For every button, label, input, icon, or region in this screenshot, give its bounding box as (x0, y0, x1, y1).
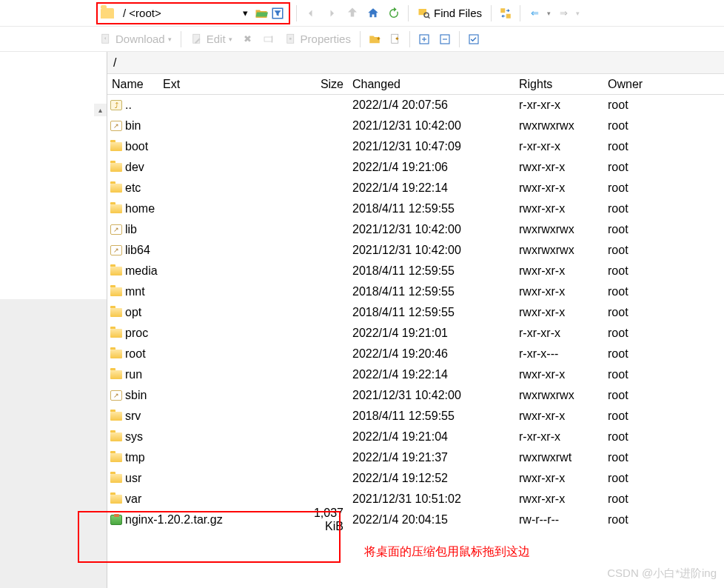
forward-button[interactable] (324, 5, 340, 21)
delete-button[interactable]: ✖ (240, 31, 256, 47)
row-icon-cell (107, 412, 125, 421)
file-row[interactable]: boot2021/12/31 10:47:09r-xr-xr-xroot (107, 136, 724, 157)
row-owner: root (603, 451, 677, 464)
svg-text:✦: ✦ (375, 36, 381, 42)
row-name: .. (125, 98, 307, 112)
file-row[interactable]: ↗sbin2021/12/31 10:42:00rwxrwxrwxroot (107, 385, 724, 406)
edit-label: Edit (207, 33, 226, 45)
file-row[interactable]: dev2022/1/4 19:21:06rwxr-xr-xroot (107, 157, 724, 178)
file-row[interactable]: sys2022/1/4 19:21:04r-xr-xr-xroot (107, 427, 724, 447)
header-owner[interactable]: Owner (603, 78, 677, 91)
check-button[interactable] (466, 31, 482, 47)
header-changed[interactable]: Changed (348, 78, 514, 91)
file-row[interactable]: ↗bin2021/12/31 10:42:00rwxrwxrwxroot (107, 116, 724, 136)
row-icon-cell (107, 329, 125, 338)
row-changed: 2022/1/4 19:21:37 (348, 451, 514, 464)
svg-text:✦: ✦ (395, 35, 400, 41)
row-changed: 2022/1/4 19:21:06 (348, 161, 514, 174)
edit-button[interactable]: Edit ▾ (187, 33, 235, 46)
file-row[interactable]: tmp2022/1/4 19:21:37rwxrwxrwtroot (107, 447, 724, 468)
symlink-icon: ↗ (110, 390, 122, 401)
row-changed: 2022/1/4 19:12:52 (348, 472, 514, 485)
file-row[interactable]: nginx-1.20.2.tar.gz1,037 KiB2022/1/4 20:… (107, 510, 724, 530)
collapse-button[interactable] (437, 31, 453, 47)
row-name: sbin (125, 389, 307, 402)
properties-label: Properties (301, 33, 351, 45)
separator (409, 31, 410, 47)
filter-icon[interactable] (269, 5, 286, 21)
row-name: bin (125, 119, 307, 133)
header-size[interactable]: Size (307, 78, 348, 91)
download-label: Download (115, 33, 165, 45)
find-files-label: Find Files (434, 7, 482, 19)
separator (408, 5, 409, 21)
header-rights[interactable]: Rights (514, 78, 603, 91)
properties-button[interactable]: Properties (281, 33, 354, 46)
new-file-button[interactable]: ✦ (387, 31, 403, 47)
file-row[interactable]: home2018/4/11 12:59:55rwxr-xr-xroot (107, 198, 724, 219)
row-rights: rwxr-xr-x (514, 472, 603, 485)
file-row[interactable]: usr2022/1/4 19:12:52rwxr-xr-xroot (107, 468, 724, 489)
file-row[interactable]: srv2018/4/11 12:59:55rwxr-xr-xroot (107, 406, 724, 427)
row-rights: r-xr-xr-x (514, 140, 603, 153)
row-rights: r-xr-xr-x (514, 98, 603, 112)
row-rights: r-xr-xr-x (514, 327, 603, 340)
open-folder-icon[interactable] (253, 5, 269, 21)
download-button[interactable]: Download ▾ (96, 33, 175, 46)
folder-icon (110, 184, 122, 193)
row-name: proc (125, 327, 307, 340)
expand-button[interactable] (416, 31, 432, 47)
header-name[interactable]: Name (107, 78, 163, 91)
history-back-button[interactable]: ⇐ (526, 5, 543, 21)
row-name: tmp (125, 451, 307, 464)
separator (296, 5, 297, 21)
current-path-bar[interactable]: / (107, 52, 724, 74)
row-changed: 2021/12/31 10:51:02 (348, 492, 514, 506)
left-empty-area (0, 299, 107, 588)
row-owner: root (603, 181, 677, 195)
row-owner: root (603, 98, 677, 112)
row-name: srv (125, 410, 307, 423)
row-owner: root (603, 472, 677, 485)
file-row[interactable]: media2018/4/11 12:59:55rwxr-xr-xroot (107, 261, 724, 281)
find-files-button[interactable]: Find Files (415, 7, 485, 20)
row-owner: root (603, 430, 677, 444)
row-rights: rwxrwxrwx (514, 119, 603, 133)
row-icon-cell (107, 350, 125, 358)
row-owner: root (603, 389, 677, 402)
home-button[interactable] (365, 5, 381, 21)
file-row[interactable]: var2021/12/31 10:51:02rwxr-xr-xroot (107, 489, 724, 510)
file-row[interactable]: mnt2018/4/11 12:59:55rwxr-xr-xroot (107, 281, 724, 302)
scroll-up-icon[interactable]: ▴ (94, 104, 107, 116)
separator (181, 31, 181, 47)
header-ext[interactable]: Ext (163, 78, 307, 91)
new-folder-button[interactable]: ✦ (366, 31, 383, 47)
row-owner: root (603, 513, 677, 527)
file-row[interactable]: proc2022/1/4 19:21:01r-xr-xr-xroot (107, 323, 724, 344)
row-owner: root (603, 223, 677, 236)
refresh-button[interactable] (386, 5, 402, 21)
left-tree-pane[interactable]: ▴ (0, 52, 107, 588)
history-forward-button[interactable]: ⇒ (555, 5, 572, 21)
dropdown-icon[interactable]: ▾ (237, 5, 253, 21)
file-row[interactable]: root2022/1/4 19:20:46r-xr-x---root (107, 344, 724, 364)
file-row[interactable]: ↗lib642021/12/31 10:42:00rwxrwxrwxroot (107, 240, 724, 261)
file-row[interactable]: opt2018/4/11 12:59:55rwxr-xr-xroot (107, 302, 724, 323)
row-rights: rwxrwxrwx (514, 389, 603, 402)
file-row[interactable]: ⤴..2022/1/4 20:07:56r-xr-xr-xroot (107, 95, 724, 116)
back-button[interactable] (303, 5, 319, 21)
file-row[interactable]: run2022/1/4 19:22:14rwxr-xr-xroot (107, 364, 724, 385)
row-name: media (125, 264, 307, 278)
rename-button[interactable] (261, 31, 277, 47)
row-icon-cell: ⤴ (107, 100, 125, 110)
up-button[interactable] (344, 5, 361, 21)
path-text: / <root> (118, 7, 237, 19)
row-name: etc (125, 181, 307, 195)
row-name: boot (125, 140, 307, 153)
file-row[interactable]: ↗lib2021/12/31 10:42:00rwxrwxrwxroot (107, 219, 724, 240)
path-selector[interactable]: / <root> ▾ (96, 2, 290, 24)
sync-button[interactable] (497, 5, 514, 21)
file-row[interactable]: etc2022/1/4 19:22:14rwxr-xr-xroot (107, 178, 724, 198)
row-rights: rwxrwxrwx (514, 244, 603, 257)
file-rows: ⤴..2022/1/4 20:07:56r-xr-xr-xroot↗bin202… (107, 95, 724, 530)
